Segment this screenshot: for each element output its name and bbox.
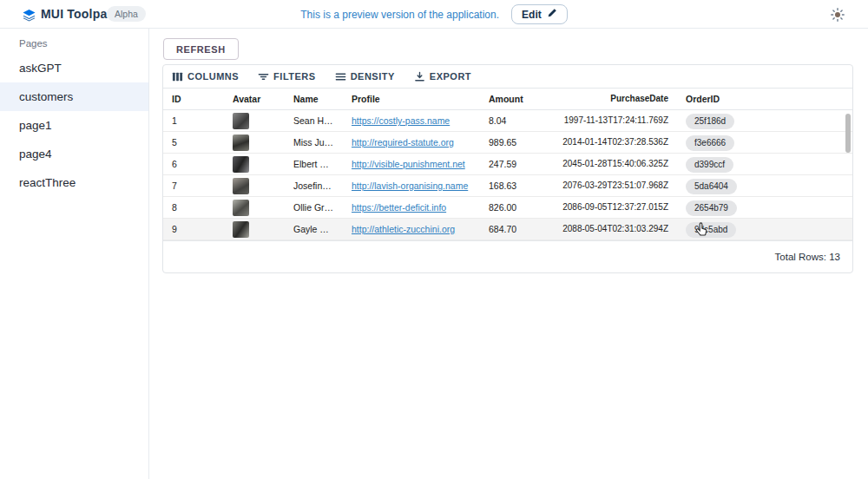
cell-avatar	[224, 219, 285, 240]
profile-link[interactable]: https://costly-pass.name	[352, 115, 450, 126]
cell-name: Miss Juan …	[285, 132, 343, 153]
view-columns-icon	[172, 71, 183, 82]
preview-message: This is a preview version of the applica…	[300, 9, 499, 21]
download-icon	[414, 71, 425, 82]
cell-avatar	[224, 154, 285, 174]
orderid-chip: 25f186d	[686, 114, 734, 129]
cell-purchasedate: 2076-03-29T23:51:07.968Z	[532, 175, 677, 196]
cell-avatar	[224, 132, 285, 153]
density-lines-icon	[335, 71, 346, 82]
avatar	[233, 178, 249, 194]
profile-link[interactable]: http://lavish-organising.name	[352, 180, 468, 191]
cell-purchasedate: 2045-01-28T15:40:06.325Z	[532, 154, 677, 174]
cell-amount: 989.65	[480, 132, 532, 153]
cell-id: 9	[163, 219, 224, 240]
table-row[interactable]: 7 Josefina P… http://lavish-organising.n…	[163, 175, 852, 197]
density-button-label: DENSITY	[351, 71, 395, 82]
orderid-chip: 9dc5abd	[686, 222, 736, 238]
pencil-icon	[547, 8, 557, 21]
sidebar-item-reactThree[interactable]: reactThree	[0, 168, 148, 197]
cell-id: 5	[163, 132, 224, 153]
avatar	[233, 200, 249, 216]
cell-orderid: 5da6404	[677, 175, 852, 196]
sidebar: Pages askGPT customers page1 page4 react…	[0, 29, 149, 479]
export-button-label: EXPORT	[430, 71, 471, 82]
orderid-chip: d399ccf	[686, 157, 733, 173]
avatar	[233, 156, 249, 173]
sidebar-item-label: page4	[19, 148, 52, 161]
cell-profile: http://visible-punishment.net	[343, 154, 480, 174]
cell-id: 1	[163, 110, 224, 131]
profile-link[interactable]: http://visible-punishment.net	[352, 159, 465, 169]
column-header-amount[interactable]: Amount	[480, 89, 532, 109]
sidebar-items: askGPT customers page1 page4 reactThree	[0, 54, 148, 197]
cell-id: 8	[163, 197, 224, 218]
density-button[interactable]: DENSITY	[335, 71, 395, 82]
cell-orderid: d399ccf	[677, 154, 852, 174]
table-row[interactable]: 1 Sean Harris https://costly-pass.name 8…	[163, 110, 852, 132]
appbar-center: This is a preview version of the applica…	[0, 0, 868, 29]
cell-name: Elbert McL…	[285, 154, 343, 174]
sidebar-item-customers[interactable]: customers	[0, 82, 148, 111]
filters-button-label: FILTERS	[273, 71, 316, 82]
sidebar-section-label: Pages	[0, 29, 148, 54]
sidebar-item-page4[interactable]: page4	[0, 140, 148, 168]
table-row[interactable]: 9 Gayle Den… http://athletic-zucchini.or…	[163, 219, 852, 240]
cell-purchasedate: 2088-05-04T02:31:03.294Z	[532, 219, 677, 240]
cell-purchasedate: 2086-09-05T12:37:27.015Z	[532, 197, 677, 218]
cell-name: Ollie Green…	[285, 197, 343, 218]
table-row[interactable]: 6 Elbert McL… http://visible-punishment.…	[163, 154, 852, 175]
grid-toolbar: COLUMNS FILTERS DE	[163, 65, 852, 88]
cell-avatar	[224, 110, 285, 131]
cell-orderid: 9dc5abd	[677, 219, 852, 240]
cell-profile: http://required-statute.org	[343, 132, 480, 153]
cell-name: Josefina P…	[285, 175, 343, 196]
column-header-purchasedate[interactable]: PurchaseDate	[532, 89, 677, 109]
table-row[interactable]: 5 Miss Juan … http://required-statute.or…	[163, 132, 852, 154]
cell-profile: https://costly-pass.name	[343, 110, 480, 131]
cell-name: Sean Harris	[285, 110, 343, 131]
columns-button-label: COLUMNS	[187, 71, 239, 82]
filters-button[interactable]: FILTERS	[258, 71, 316, 82]
cell-orderid: 25f186d	[677, 110, 852, 131]
cell-amount: 8.04	[480, 110, 532, 131]
cell-amount: 684.70	[480, 219, 532, 240]
theme-toggle-button[interactable]	[831, 8, 845, 22]
column-header-profile[interactable]: Profile	[343, 89, 480, 109]
sun-icon	[831, 11, 845, 24]
profile-link[interactable]: http://athletic-zucchini.org	[352, 224, 455, 234]
refresh-button[interactable]: REFRESH	[163, 38, 239, 60]
vertical-scrollbar-thumb[interactable]	[845, 114, 851, 153]
grid-footer: Total Rows: 13	[163, 240, 852, 272]
sidebar-item-label: customers	[19, 90, 73, 103]
sidebar-item-label: askGPT	[19, 62, 62, 75]
column-header-orderid[interactable]: OrderID	[677, 89, 852, 109]
column-header-name[interactable]: Name	[285, 89, 343, 109]
main-content: REFRESH COLUMNS	[149, 29, 868, 479]
grid-rows: 1 Sean Harris https://costly-pass.name 8…	[163, 110, 852, 240]
profile-link[interactable]: https://better-deficit.info	[352, 202, 446, 213]
orderid-chip: 5da6404	[686, 179, 737, 194]
table-row[interactable]: 8 Ollie Green… https://better-deficit.in…	[163, 197, 852, 219]
data-grid: COLUMNS FILTERS DE	[162, 64, 853, 273]
sidebar-item-page1[interactable]: page1	[0, 111, 148, 140]
cell-avatar	[224, 197, 285, 218]
cell-purchasedate: 1997-11-13T17:24:11.769Z	[532, 110, 677, 131]
edit-button-label: Edit	[522, 9, 542, 21]
total-rows-label: Total Rows: 13	[775, 252, 840, 262]
column-header-id[interactable]: ID	[163, 89, 224, 109]
column-header-avatar[interactable]: Avatar	[224, 89, 285, 109]
cell-profile: http://athletic-zucchini.org	[343, 219, 480, 240]
sidebar-item-label: page1	[19, 119, 52, 132]
avatar	[233, 113, 249, 129]
sidebar-item-askGPT[interactable]: askGPT	[0, 54, 148, 82]
edit-button[interactable]: Edit	[511, 4, 568, 24]
avatar	[233, 221, 249, 238]
cell-profile: https://better-deficit.info	[343, 197, 480, 218]
cell-orderid: f3e6666	[677, 132, 852, 153]
cell-amount: 826.00	[480, 197, 532, 218]
columns-button[interactable]: COLUMNS	[172, 71, 239, 82]
cell-profile: http://lavish-organising.name	[343, 175, 480, 196]
profile-link[interactable]: http://required-statute.org	[352, 137, 454, 148]
export-button[interactable]: EXPORT	[414, 71, 471, 82]
